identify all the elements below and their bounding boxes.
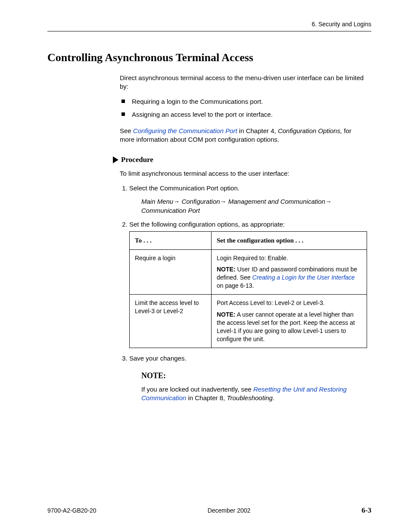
footer-doc-id: 9700-A2-GB20-20 [47,507,97,514]
bullet-item: Assigning an access level to the port or… [120,110,367,119]
table-cell: Port Access Level to: Level-2 or Level-3… [212,295,367,348]
intro-paragraph: Direct asynchronous terminal access to t… [120,74,367,91]
bullet-list: Requiring a login to the Communications … [120,97,367,119]
footer-page-number: 6-3 [361,506,371,515]
bullet-item: Requiring a login to the Communications … [120,97,367,106]
procedure-heading: Procedure [113,156,371,164]
note-chapter: Troubleshooting [227,394,272,401]
see-pre: See [120,127,133,134]
table-cell: Limit the access level to Level-3 or Lev… [130,295,212,348]
triangle-icon [113,156,118,163]
table-row: Require a login Login Required to: Enabl… [130,249,367,295]
note-label: NOTE: [217,311,236,318]
cell-line: Port Access Level to: Level-2 or Level-3… [217,299,361,307]
steps-list: Select the Communication Port option. Ma… [120,184,367,403]
options-table: To . . . Set the configuration option . … [129,231,367,348]
table-header: To . . . [130,232,212,249]
note-text: A user cannot operate at a level higher … [217,311,355,342]
menu-path: Main Menu→ Configuration→ Management and… [141,197,367,215]
path-seg: Management and Communication [228,198,325,205]
step-3-text: Save your changes. [129,355,187,362]
procedure-label: Procedure [121,156,153,164]
step-2-text: Set the following configuration options,… [129,221,285,228]
note-post: on page 6-13. [217,282,254,289]
section-title: Controlling Asynchronous Terminal Access [47,51,371,64]
cell-note: NOTE: A user cannot operate at a level h… [217,311,361,343]
table-header: Set the configuration option . . . [212,232,367,249]
step-2: Set the following configuration options,… [129,220,367,348]
cell-line: Login Required to: Enable. [217,254,361,262]
note-pre: If you are locked out inadvertently, see [141,386,253,393]
table-cell: Login Required to: Enable. NOTE: User ID… [212,249,367,295]
arrow-icon: → [220,198,227,205]
note-post: . [273,394,274,401]
page-footer: 9700-A2-GB20-20 December 2002 6-3 [47,506,371,515]
step-1-text: Select the Communication Port option. [129,184,240,192]
path-seg: Communication Port [141,207,200,214]
procedure-intro: To limit asynchronous terminal access to… [120,169,367,178]
note-mid: in Chapter 8, [186,394,227,401]
link-creating-login[interactable]: Creating a Login for the User Interface [252,274,355,281]
header-rule [47,31,371,31]
footer-date: December 2002 [208,507,251,514]
procedure-body: To limit asynchronous terminal access to… [120,169,367,403]
table-row: Limit the access level to Level-3 or Lev… [130,295,367,348]
note-heading: NOTE: [141,370,367,381]
see-chapter: Configuration Options, [278,127,342,134]
path-seg: Configuration [181,198,220,205]
table-header-row: To . . . Set the configuration option . … [130,232,367,249]
note-paragraph: If you are locked out inadvertently, see… [141,385,367,403]
arrow-icon: → [325,198,332,205]
see-paragraph: See Configuring the Communication Port i… [120,127,367,144]
cell-note: NOTE: User ID and password combinations … [217,265,361,290]
page: 6. Security and Logins Controlling Async… [0,0,411,532]
note-block: NOTE: If you are locked out inadvertentl… [141,370,367,403]
path-seg: Main Menu [141,198,173,205]
arrow-icon: → [173,198,180,205]
see-mid: in Chapter 4, [237,127,278,134]
body-content: Direct asynchronous terminal access to t… [120,74,367,144]
link-config-comm-port[interactable]: Configuring the Communication Port [133,127,237,134]
step-1: Select the Communication Port option. Ma… [129,184,367,215]
table-cell: Require a login [130,249,212,295]
header-chapter: 6. Security and Logins [47,21,371,31]
note-label: NOTE: [217,266,236,273]
step-3: Save your changes. NOTE: If you are lock… [129,354,367,403]
